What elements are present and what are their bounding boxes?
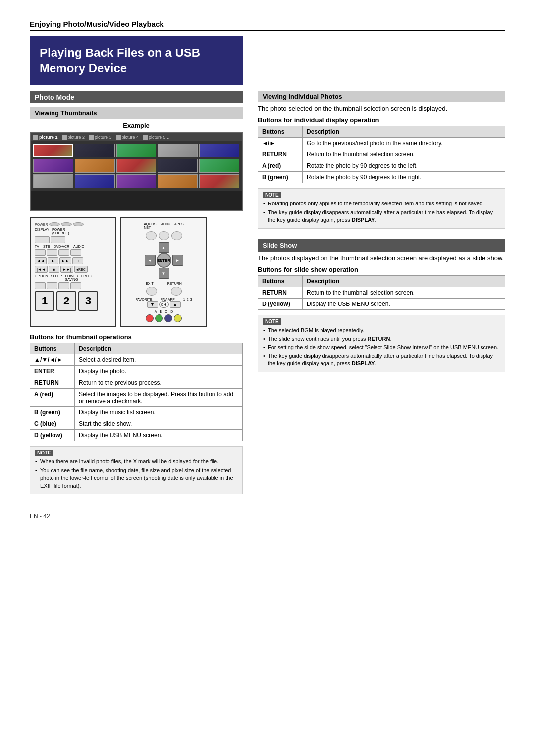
thumb-9[interactable] [158,159,198,173]
note-thumbnail-item-2: You can see the file name, shooting date… [40,467,237,490]
page-header: Enjoying Photo/Music/Video Playback [30,20,505,31]
thumb-6[interactable] [33,159,73,173]
power-btn-2[interactable] [61,222,72,226]
ffwd-btn[interactable]: ►► [59,257,71,264]
note-slideshow: NOTE The selected BGM is played repeated… [258,315,505,372]
sleep-label: SLEEP [51,274,62,281]
apps-btn[interactable] [171,231,182,240]
stb-label: STB [43,245,50,248]
thumbnail-tab-3: picture 3 [89,135,112,140]
individual-table: Buttons Description ◄/► Go to the previo… [258,126,505,183]
thumbnail-col-buttons: Buttons [30,343,75,354]
prev-btn[interactable]: |◄◄ [35,266,48,273]
thumb-3[interactable] [116,144,157,157]
thumb-4[interactable] [158,144,198,157]
power-btn-1[interactable] [49,222,60,226]
table-row: ▲/▼/◄/► Select a desired item. [30,354,243,366]
slideshow-table: Buttons Description RETURN Return to the… [258,275,505,310]
apps-label: APPS [174,222,184,229]
audio-btn[interactable] [70,249,81,256]
note-slideshow-item-3: For setting the slide show speed, select… [268,344,500,351]
note-slideshow-label: NOTE [263,318,281,325]
powersaving-btn[interactable] [58,282,69,289]
display-btn[interactable] [35,236,50,243]
thumb-8[interactable] [116,159,157,173]
rewind-btn[interactable]: ◄◄ [35,257,47,264]
stop-btn[interactable]: ■ [49,266,59,273]
freeze-btn[interactable] [70,282,81,289]
dpad-enter-btn[interactable]: ENTER [157,253,171,268]
dpad-up-btn[interactable]: ▲ [159,242,169,253]
rec-btn[interactable]: ●REC [74,266,88,273]
favorite-label: FAVORITE [135,298,152,301]
dpad-right-btn[interactable]: ► [172,255,183,266]
viewing-individual-intro: The photo selected on the thumbnail sele… [258,105,505,112]
dpad-left-btn[interactable]: ◄ [145,255,156,266]
table-row: ENTER Display the photo. [30,366,243,377]
num-1-btn[interactable]: 1 [35,291,54,311]
sleep-btn[interactable] [47,282,57,289]
color-btn-d[interactable] [174,314,182,322]
ss-btn-return: RETURN [258,287,303,298]
thumbnail-screen: picture 1 picture 2 picture 3 picture 4 … [30,132,243,211]
power-btn-3[interactable] [73,222,84,226]
aquos-net-btn[interactable] [146,231,157,240]
color-buttons [125,314,202,322]
dvd-btn[interactable] [58,249,69,256]
color-btn-c[interactable] [164,314,172,322]
left-column: Photo Mode Viewing Thumbnails Example pi… [30,91,243,498]
table-row: D (yellow) Display the USB MENU screen. [258,298,505,309]
note-slideshow-item-4: The key guide display disappears automat… [268,353,500,368]
powersaving-label: POWERSAVING [65,274,78,281]
thumbnail-col-description: Description [75,343,243,354]
individual-col-description: Description [303,126,505,138]
viewing-individual-header: Viewing Individual Photos [258,91,505,102]
play-btn[interactable]: ► [48,257,58,264]
menu-label: MENU [160,222,170,229]
return-btn[interactable] [171,287,182,296]
ind-desc-return: Return to the thumbnail selection screen… [303,149,505,160]
display-label: DISPLAY [35,228,49,235]
dpad-spacer-top-left [145,242,158,253]
fav-num-3: 3 [190,298,192,301]
slide-show-header: Slide Show [258,239,505,252]
tv-btn[interactable] [35,249,46,256]
table-row: B (green) Rotate the photo by 90 degrees… [258,172,505,183]
color-a-label: A [155,310,157,313]
ind-btn-green: B (green) [258,172,303,183]
thumbnail-tab-5: picture 5 ... [143,135,171,140]
thumb-2[interactable] [75,144,115,157]
slideshow-buttons-section: Buttons for slide show operation Buttons… [258,266,505,310]
ch-up-btn[interactable]: ▲ [170,301,181,308]
tab-icon-1 [33,135,38,140]
color-btn-a[interactable] [146,314,154,322]
stb-btn[interactable] [47,249,57,256]
next-btn[interactable]: ►►| [60,266,73,273]
note-individual-item-2: The key guide display disappears automat… [268,209,500,224]
thumb-15[interactable] [199,174,239,188]
num-3-btn[interactable]: 3 [78,291,98,311]
thumb-7[interactable] [75,159,115,173]
thumb-10[interactable] [199,159,239,173]
thumb-13[interactable] [116,174,157,188]
color-btn-b[interactable] [155,314,163,322]
big-num-btns: 1 2 3 [35,291,111,311]
option-btn[interactable] [35,282,46,289]
thumb-5[interactable] [199,144,239,157]
source-btn[interactable] [51,236,65,243]
thumb-1[interactable] [33,144,73,157]
ch-down-btn[interactable]: ▼ [147,301,158,308]
color-d-label: D [170,310,173,313]
num-2-btn[interactable]: 2 [56,291,76,311]
pause-btn[interactable]: II [72,257,83,264]
exit-btn[interactable] [146,287,157,296]
individual-buttons-section: Buttons for individual display operation… [258,116,505,183]
menu-btn[interactable] [159,231,169,240]
power-label: POWER [35,223,48,226]
thumb-14[interactable] [158,174,198,188]
dpad-down-btn[interactable]: ▼ [159,268,169,279]
thumb-11[interactable] [33,174,73,188]
thumb-desc-nav: Select a desired item. [75,354,243,366]
thumb-12[interactable] [75,174,115,188]
remote-right: AQUOSNET MENU APPS ▲ [120,217,207,327]
